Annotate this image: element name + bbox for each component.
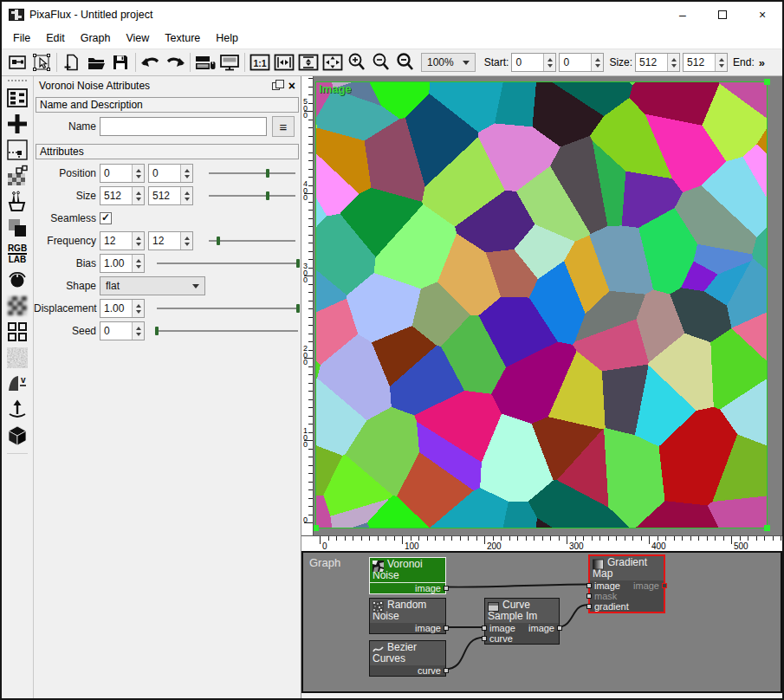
fit-height-button[interactable]	[296, 51, 321, 75]
spin-up-icon[interactable]	[548, 55, 553, 62]
input-port[interactable]	[482, 625, 487, 631]
menu-graph[interactable]: Graph	[73, 29, 119, 48]
spin-up-icon[interactable]	[185, 166, 190, 172]
slider-handle[interactable]	[217, 237, 220, 245]
blur-button[interactable]	[4, 293, 30, 319]
spin-down-icon[interactable]	[136, 265, 141, 271]
node-curve-sample[interactable]: Curve Sample Im image image curve	[484, 598, 560, 645]
spin-up-icon[interactable]	[136, 256, 141, 262]
bias-slider[interactable]	[157, 257, 298, 269]
name-input[interactable]	[100, 117, 267, 136]
zoom-percent-combo[interactable]: 100%	[421, 53, 476, 72]
seamless-checkbox[interactable]	[100, 212, 112, 224]
spinner-arrows[interactable]	[132, 322, 144, 340]
node-voronoi-noise[interactable]: Voronoi Noise image	[369, 557, 446, 594]
menu-texture[interactable]: Texture	[157, 29, 208, 48]
zoom-out-button[interactable]	[369, 51, 393, 75]
toolbar-overflow-chevron[interactable]: »	[759, 56, 765, 69]
maximize-button[interactable]	[703, 2, 742, 28]
spinner-arrows[interactable]	[180, 165, 192, 182]
output-port[interactable]	[444, 586, 449, 591]
slider-handle[interactable]	[296, 304, 300, 313]
spin-up-icon[interactable]	[595, 55, 600, 62]
curve-adjust-button[interactable]: v	[4, 371, 30, 397]
spin-down-icon[interactable]	[185, 198, 190, 204]
input-port[interactable]	[586, 604, 592, 609]
canvas-size-button[interactable]	[4, 137, 30, 163]
spin-down-icon[interactable]	[136, 175, 141, 181]
frequency-slider[interactable]	[209, 235, 295, 247]
spin-down-icon[interactable]	[136, 243, 141, 249]
paint-button[interactable]	[4, 189, 30, 215]
zoom-in-button[interactable]	[345, 51, 369, 75]
output-port[interactable]	[444, 668, 449, 673]
shape-dropdown[interactable]: flat	[100, 276, 205, 295]
spin-up-icon[interactable]	[719, 55, 724, 62]
save-project-button[interactable]	[108, 51, 133, 75]
position-y-spinbox[interactable]: 0	[148, 164, 193, 183]
resize-handle-bottom-right[interactable]	[764, 525, 770, 531]
normal-button[interactable]	[4, 397, 30, 423]
fit-all-button[interactable]	[321, 51, 345, 75]
size-h-spinbox[interactable]: 512	[683, 53, 728, 72]
image-viewport[interactable]: Image 01 0 02 0 03 0 04 0 05 0 0 0100200…	[301, 76, 782, 551]
spin-up-icon[interactable]	[185, 234, 190, 240]
zoom-reset-button[interactable]	[393, 51, 418, 75]
spinner-arrows[interactable]	[132, 165, 144, 182]
layers-button[interactable]	[4, 215, 30, 241]
start-x-spinbox[interactable]: 0	[511, 53, 556, 72]
displacement-spinbox[interactable]: 1.00	[100, 299, 145, 318]
image-frame[interactable]: Image	[315, 81, 768, 528]
output-port[interactable]	[557, 625, 562, 631]
input-port[interactable]	[586, 583, 592, 588]
spin-up-icon[interactable]	[136, 324, 141, 330]
bias-spinbox[interactable]: 1.00	[100, 254, 145, 273]
resize-handle-top-right[interactable]	[764, 79, 770, 85]
new-project-button[interactable]	[60, 51, 84, 75]
titlebar[interactable]: PixaFlux - Untitled project – ×	[2, 2, 782, 28]
close-button[interactable]: ×	[742, 2, 782, 28]
spin-down-icon[interactable]	[185, 175, 190, 181]
spinner-arrows[interactable]	[180, 187, 192, 204]
spin-down-icon[interactable]	[719, 64, 724, 70]
fit-width-button[interactable]	[272, 51, 296, 75]
input-devices-button[interactable]	[193, 51, 217, 75]
node-random-noise[interactable]: Random Noise image	[369, 598, 446, 634]
spin-up-icon[interactable]	[185, 189, 190, 195]
graph-view-button[interactable]	[5, 51, 29, 75]
slider-handle[interactable]	[266, 169, 269, 178]
menu-edit[interactable]: Edit	[38, 29, 73, 48]
menu-help[interactable]: Help	[208, 29, 246, 48]
spinner-arrows[interactable]	[132, 255, 144, 272]
spin-up-icon[interactable]	[136, 234, 141, 240]
toolstrip-handle[interactable]	[8, 80, 27, 81]
size-slider[interactable]	[209, 190, 295, 202]
position-slider[interactable]	[209, 167, 295, 179]
redo-button[interactable]	[163, 51, 187, 75]
frequency-y-spinbox[interactable]: 12	[148, 231, 193, 250]
size-h-spinbox[interactable]: 512	[148, 186, 193, 205]
spinner-arrows[interactable]	[667, 54, 679, 71]
size-w-spinbox[interactable]: 512	[100, 186, 145, 205]
spinner-arrows[interactable]	[591, 54, 603, 71]
display-button[interactable]	[217, 51, 242, 75]
spin-up-icon[interactable]	[136, 166, 141, 172]
voronoi-image[interactable]	[316, 82, 767, 528]
undo-button[interactable]	[139, 51, 163, 75]
open-project-button[interactable]	[84, 51, 108, 75]
slider-handle[interactable]	[266, 191, 269, 200]
spin-down-icon[interactable]	[136, 333, 141, 339]
spinner-arrows[interactable]	[132, 300, 144, 317]
output-port[interactable]	[662, 583, 667, 588]
spin-down-icon[interactable]	[185, 243, 190, 249]
spinner-arrows[interactable]	[543, 54, 555, 71]
spinner-arrows[interactable]	[132, 232, 144, 250]
spin-down-icon[interactable]	[671, 64, 677, 70]
output-port[interactable]	[444, 625, 449, 631]
displacement-slider[interactable]	[157, 302, 298, 314]
minimize-button[interactable]: –	[663, 2, 703, 28]
spin-up-icon[interactable]	[671, 55, 677, 62]
node-gradient-map[interactable]: Gradient Map image image mask gradi	[588, 554, 665, 613]
add-node-button[interactable]	[4, 111, 30, 137]
noise-button[interactable]	[4, 345, 30, 371]
